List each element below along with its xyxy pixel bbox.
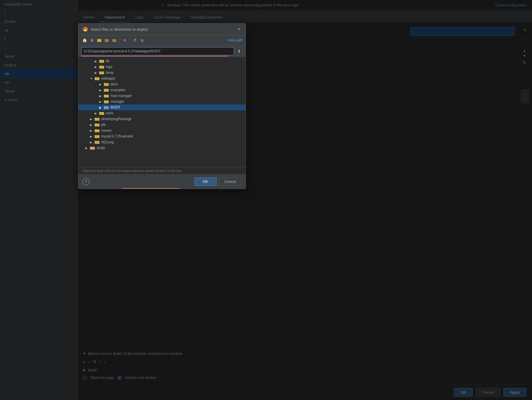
folder-icon-host-manager bbox=[104, 94, 109, 98]
svg-text:⛓: ⛓ bbox=[141, 39, 144, 42]
modal-footer-buttons: OK Cancel bbox=[194, 177, 242, 186]
tree-label-examples: examples bbox=[111, 88, 125, 92]
svg-rect-30 bbox=[95, 118, 97, 119]
svg-rect-12 bbox=[99, 66, 101, 67]
svg-rect-16 bbox=[95, 77, 97, 78]
tree-label-mysql: mysql-5.7.25-winx64 bbox=[101, 134, 133, 138]
folder-icon-jdk bbox=[95, 123, 100, 127]
new-folder-icon[interactable]: + bbox=[104, 37, 110, 43]
svg-rect-36 bbox=[95, 135, 97, 136]
folder-open-icon[interactable] bbox=[96, 37, 103, 43]
modal-close-button[interactable]: × bbox=[237, 27, 242, 32]
tree-label-webapps: webapps bbox=[101, 76, 115, 80]
tree-arrow-temp: ▶ bbox=[95, 71, 99, 74]
folder-icon-examples bbox=[104, 88, 109, 92]
tree-arrow-logs: ▶ bbox=[95, 65, 99, 69]
folder-upload-icon[interactable]: ↑ bbox=[111, 37, 118, 43]
tree-arrow-webapps: ▼ bbox=[90, 77, 95, 80]
link-icon[interactable]: ⛓ bbox=[139, 37, 146, 43]
folder-icon-temp bbox=[99, 71, 104, 75]
tree-arrow-developing-package: ▶ bbox=[90, 118, 95, 121]
modal-title: Select files or directories to deploy bbox=[91, 27, 148, 32]
file-select-modal: ☕ Select files or directories to deploy … bbox=[78, 23, 246, 189]
help-button[interactable]: ? bbox=[82, 178, 89, 185]
tree-item-host-manager[interactable]: ▶ host-manager bbox=[78, 93, 246, 99]
tree-item-lib[interactable]: ▶ lib bbox=[78, 58, 246, 64]
tree-arrow-study: ▶ bbox=[85, 146, 90, 150]
svg-rect-10 bbox=[99, 60, 101, 61]
tree-item-logs[interactable]: ▶ logs bbox=[78, 64, 246, 70]
tree-arrow-lib: ▶ bbox=[95, 60, 99, 63]
folder-icon-maven bbox=[95, 129, 100, 133]
tree-label-docs: docs bbox=[111, 82, 118, 86]
tree-arrow-docs: ▶ bbox=[99, 83, 104, 86]
svg-rect-28 bbox=[99, 112, 101, 113]
folder-icon-docs bbox=[104, 82, 109, 86]
svg-rect-3 bbox=[97, 39, 99, 40]
tree-label-sqlyog: SQLyog bbox=[101, 140, 114, 144]
tree-arrow-host-manager: ▶ bbox=[99, 94, 104, 98]
tree-label-host-manager: host-manager bbox=[111, 94, 132, 98]
home-icon[interactable]: 🏠 bbox=[81, 37, 88, 43]
folder-icon-sqlyog bbox=[95, 140, 100, 144]
modal-footer: ? OK Cancel bbox=[78, 174, 246, 189]
tree-item-root[interactable]: ▶ ROOT bbox=[78, 104, 246, 110]
tree-label-developing-package: developingPackage bbox=[101, 117, 132, 121]
tree-label-root: ROOT bbox=[111, 105, 121, 109]
svg-text:+: + bbox=[108, 39, 109, 42]
modal-header: ☕ Select files or directories to deploy … bbox=[78, 23, 246, 35]
tree-item-work[interactable]: ▶ work bbox=[78, 110, 246, 116]
tree-item-mysql[interactable]: ▶ mysql-5.7.25-winx64 bbox=[78, 133, 246, 139]
tree-item-maven[interactable]: ▶ maven bbox=[78, 128, 246, 133]
svg-rect-32 bbox=[95, 124, 97, 124]
modal-title-row: ☕ Select files or directories to deploy bbox=[82, 26, 148, 32]
svg-rect-20 bbox=[104, 89, 106, 90]
tree-item-sqlyog[interactable]: ▶ SQLyog bbox=[78, 139, 246, 145]
tree-item-examples[interactable]: ▶ examples bbox=[78, 87, 246, 93]
tree-item-docs[interactable]: ▶ docs bbox=[78, 81, 246, 87]
modal-ok-button[interactable]: OK bbox=[194, 177, 217, 186]
refresh-icon[interactable]: ↺ bbox=[132, 37, 138, 43]
tree-item-developing-package[interactable]: ▶ developingPackage bbox=[78, 116, 246, 122]
folder-icon-manager bbox=[104, 100, 109, 104]
svg-text:☕: ☕ bbox=[84, 27, 87, 31]
red-underline bbox=[81, 56, 229, 56]
desktop-icon[interactable]: 🖥 bbox=[89, 37, 95, 43]
tree-label-lib: lib bbox=[106, 59, 109, 63]
folder-icon-root bbox=[104, 105, 109, 109]
folder-icon-mysql bbox=[95, 134, 100, 138]
folder-icon-logs bbox=[99, 65, 104, 69]
tree-arrow-work: ▶ bbox=[95, 112, 99, 115]
folder-icon-study bbox=[90, 146, 95, 150]
modal-toolbar: 🏠 🖥 + ↑ ✕ ↺ ⛓ Hi bbox=[78, 35, 246, 45]
file-tree[interactable]: ▶ lib ▶ logs ▶ temp bbox=[78, 57, 246, 167]
toolbar-separator-2 bbox=[130, 38, 130, 43]
folder-icon-developing-package bbox=[95, 117, 100, 121]
tree-item-temp[interactable]: ▶ temp bbox=[78, 70, 246, 76]
tree-item-webapps[interactable]: ▼ webapps bbox=[78, 76, 246, 81]
tree-arrow-sqlyog: ▶ bbox=[90, 141, 95, 144]
folder-icon-lib bbox=[99, 59, 104, 63]
path-download-button[interactable]: ⬇ bbox=[236, 47, 243, 55]
tree-arrow-manager: ▶ bbox=[99, 100, 104, 103]
svg-rect-14 bbox=[99, 71, 101, 72]
svg-rect-38 bbox=[95, 141, 97, 142]
tree-item-manager[interactable]: ▶ manager bbox=[78, 99, 246, 104]
tree-item-jdk[interactable]: ▶ jdk bbox=[78, 122, 246, 128]
tree-label-jdk: jdk bbox=[101, 123, 106, 127]
path-input-row: ⬇ bbox=[78, 45, 246, 57]
modal-cancel-button[interactable]: Cancel bbox=[219, 177, 242, 186]
tree-arrow-mysql: ▶ bbox=[90, 135, 95, 138]
svg-rect-26 bbox=[104, 106, 106, 107]
tree-arrow-jdk: ▶ bbox=[90, 123, 95, 126]
hide-path-button[interactable]: Hide path bbox=[228, 38, 243, 42]
svg-rect-40 bbox=[90, 147, 92, 148]
drag-hint: Drag and drop a file into the space abov… bbox=[78, 167, 246, 174]
svg-rect-18 bbox=[104, 83, 106, 84]
tree-arrow-maven: ▶ bbox=[90, 129, 95, 132]
svg-rect-24 bbox=[104, 100, 106, 101]
close-icon[interactable]: ✕ bbox=[122, 37, 128, 43]
tree-item-study[interactable]: ▶ study bbox=[78, 145, 246, 151]
toolbar-separator-1 bbox=[119, 38, 120, 43]
path-input[interactable] bbox=[81, 47, 234, 55]
